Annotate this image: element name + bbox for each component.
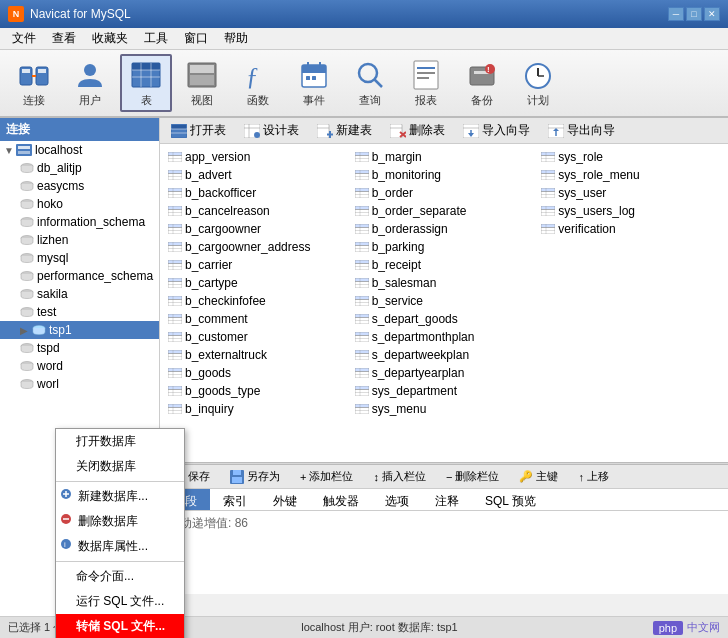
- save-as-btn[interactable]: 另存为: [223, 466, 287, 487]
- menu-view[interactable]: 查看: [44, 28, 84, 50]
- table-item[interactable]: b_parking: [351, 238, 538, 256]
- table-item[interactable]: b_order_separate: [351, 202, 538, 220]
- table-item[interactable]: sys_role_menu: [537, 166, 724, 184]
- ctx-run-sql[interactable]: 运行 SQL 文件...: [56, 589, 184, 614]
- table-item[interactable]: s_departyearplan: [351, 364, 538, 382]
- table-item[interactable]: b_backofficer: [164, 184, 351, 202]
- subtab-sql[interactable]: SQL 预览: [472, 489, 549, 510]
- add-field-btn[interactable]: + 添加栏位: [293, 466, 360, 487]
- export-wizard-btn[interactable]: 导出向导: [541, 119, 622, 142]
- table-item[interactable]: b_customer: [164, 328, 351, 346]
- svg-rect-7: [132, 63, 160, 70]
- table-item[interactable]: s_depart_goods: [351, 310, 538, 328]
- table-item[interactable]: sys_department: [351, 382, 538, 400]
- table-item[interactable]: app_version: [164, 148, 351, 166]
- db-icon: [20, 163, 34, 173]
- table-item[interactable]: sys_menu: [351, 400, 538, 418]
- sidebar-item-lizhen[interactable]: lizhen: [0, 231, 159, 249]
- ctx-open-db[interactable]: 打开数据库: [56, 429, 184, 454]
- table-item[interactable]: b_goods: [164, 364, 351, 382]
- view-icon: [186, 59, 218, 91]
- delete-table-btn[interactable]: 删除表: [383, 119, 452, 142]
- table-item[interactable]: b_monitoring: [351, 166, 538, 184]
- table-item[interactable]: s_departweekplan: [351, 346, 538, 364]
- menu-help[interactable]: 帮助: [216, 28, 256, 50]
- toolbar-user[interactable]: 用户: [64, 54, 116, 112]
- table-item[interactable]: b_cargoowner: [164, 220, 351, 238]
- ctx-transfer-sql[interactable]: 转储 SQL 文件...: [56, 614, 184, 638]
- delete-field-btn[interactable]: − 删除栏位: [439, 466, 506, 487]
- subtab-index[interactable]: 索引: [210, 489, 260, 510]
- table-item[interactable]: b_order: [351, 184, 538, 202]
- toolbar-schedule[interactable]: 计划: [512, 54, 564, 112]
- ctx-del-db[interactable]: 删除数据库: [56, 509, 184, 534]
- table-item[interactable]: b_goods_type: [164, 382, 351, 400]
- maximize-button[interactable]: □: [686, 7, 702, 21]
- sidebar-item-worl[interactable]: worl: [0, 375, 159, 393]
- sidebar-item-db_alitjp[interactable]: db_alitjp: [0, 159, 159, 177]
- subtab-options[interactable]: 选项: [372, 489, 422, 510]
- open-table-btn[interactable]: 打开表: [164, 119, 233, 142]
- sidebar-item-performance_schema[interactable]: performance_schema: [0, 267, 159, 285]
- table-item[interactable]: b_orderassign: [351, 220, 538, 238]
- table-item[interactable]: b_margin: [351, 148, 538, 166]
- table-item[interactable]: b_inquiry: [164, 400, 351, 418]
- ctx-close-db[interactable]: 关闭数据库: [56, 454, 184, 479]
- sidebar-item-localhost[interactable]: ▼ localhost: [0, 141, 159, 159]
- sidebar-item-easycms[interactable]: easycms: [0, 177, 159, 195]
- subtab-fk[interactable]: 外键: [260, 489, 310, 510]
- menu-favorites[interactable]: 收藏夹: [84, 28, 136, 50]
- subtab-comment[interactable]: 注释: [422, 489, 472, 510]
- toolbar-table[interactable]: 表: [120, 54, 172, 112]
- ctx-new-db[interactable]: 新建数据库...: [56, 484, 184, 509]
- table-item[interactable]: sys_users_log: [537, 202, 724, 220]
- toolbar-report[interactable]: 报表: [400, 54, 452, 112]
- minimize-button[interactable]: ─: [668, 7, 684, 21]
- table-item[interactable]: sys_user: [537, 184, 724, 202]
- close-button[interactable]: ✕: [704, 7, 720, 21]
- sidebar-item-tsp1[interactable]: ▶ tsp1: [0, 321, 159, 339]
- table-item[interactable]: b_cartype: [164, 274, 351, 292]
- table-item[interactable]: b_comment: [164, 310, 351, 328]
- insert-field-btn[interactable]: ↕ 插入栏位: [366, 466, 433, 487]
- table-item[interactable]: b_externaltruck: [164, 346, 351, 364]
- menu-file[interactable]: 文件: [4, 28, 44, 50]
- toolbar-query[interactable]: 查询: [344, 54, 396, 112]
- sidebar-item-information_schema[interactable]: information_schema: [0, 213, 159, 231]
- table-item[interactable]: verification: [537, 220, 724, 238]
- ctx-cmd-line[interactable]: 命令介面...: [56, 564, 184, 589]
- toolbar-function[interactable]: ƒ 函数: [232, 54, 284, 112]
- toolbar-backup[interactable]: ! 备份: [456, 54, 508, 112]
- sidebar-header: 连接: [0, 118, 159, 141]
- menu-window[interactable]: 窗口: [176, 28, 216, 50]
- tspd-label: tspd: [37, 341, 60, 355]
- table-item-icon: [355, 296, 369, 306]
- menu-tools[interactable]: 工具: [136, 28, 176, 50]
- import-wizard-btn[interactable]: 导入向导: [456, 119, 537, 142]
- table-item[interactable]: sys_role: [537, 148, 724, 166]
- toolbar-event[interactable]: 事件: [288, 54, 340, 112]
- sidebar-item-test[interactable]: test: [0, 303, 159, 321]
- table-item[interactable]: b_checkinfofee: [164, 292, 351, 310]
- sidebar-item-word[interactable]: word: [0, 357, 159, 375]
- ctx-db-props[interactable]: i 数据库属性...: [56, 534, 184, 559]
- table-item[interactable]: b_receipt: [351, 256, 538, 274]
- subtab-trigger[interactable]: 触发器: [310, 489, 372, 510]
- primary-key-btn[interactable]: 🔑 主键: [512, 466, 565, 487]
- sidebar-item-tspd[interactable]: tspd: [0, 339, 159, 357]
- toolbar-view[interactable]: 视图: [176, 54, 228, 112]
- design-table-btn[interactable]: 设计表: [237, 119, 306, 142]
- sidebar-item-hoko[interactable]: hoko: [0, 195, 159, 213]
- toolbar-connect[interactable]: 连接: [8, 54, 60, 112]
- table-item[interactable]: b_service: [351, 292, 538, 310]
- new-table-btn[interactable]: 新建表: [310, 119, 379, 142]
- table-item[interactable]: b_advert: [164, 166, 351, 184]
- sidebar-item-mysql[interactable]: mysql: [0, 249, 159, 267]
- table-item[interactable]: b_cancelreason: [164, 202, 351, 220]
- move-up-btn[interactable]: ↑ 上移: [571, 466, 616, 487]
- table-item[interactable]: s_departmonthplan: [351, 328, 538, 346]
- table-item[interactable]: b_salesman: [351, 274, 538, 292]
- table-item[interactable]: b_carrier: [164, 256, 351, 274]
- table-item[interactable]: b_cargoowner_address: [164, 238, 351, 256]
- sidebar-item-sakila[interactable]: sakila: [0, 285, 159, 303]
